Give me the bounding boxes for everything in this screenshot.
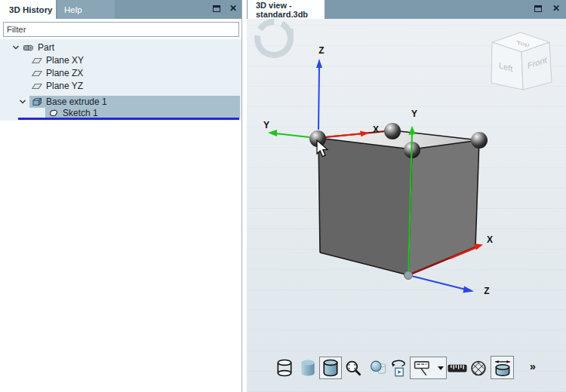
tree-item-base-extrude[interactable]: Base extrude 1 bbox=[19, 96, 240, 108]
tree-item-plane-yz[interactable]: Plane YZ bbox=[32, 80, 83, 92]
tree-item-sketch[interactable]: Sketch 1 bbox=[45, 108, 240, 118]
tree-item-label: Plane ZX bbox=[46, 68, 83, 78]
close-button[interactable]: ✕ bbox=[227, 2, 239, 14]
turntable-icon bbox=[389, 358, 408, 378]
extrude-icon bbox=[32, 97, 42, 106]
toolbar-button-measure-ruler[interactable] bbox=[447, 357, 468, 379]
transparency-spheres-icon bbox=[368, 358, 388, 378]
tree-item-plane-xy[interactable]: Plane XY bbox=[32, 54, 84, 66]
dropdown-arrow-icon[interactable] bbox=[438, 366, 444, 370]
tab-3d-history-label: 3D History bbox=[9, 5, 53, 14]
toolbar-overflow-label: » bbox=[530, 360, 535, 372]
maximize-button[interactable] bbox=[532, 2, 544, 14]
world-x-label: X bbox=[373, 124, 379, 135]
sketch-y-label: Y bbox=[411, 109, 417, 119]
maximize-button[interactable] bbox=[211, 2, 223, 14]
rotation-widget[interactable] bbox=[251, 19, 297, 61]
world-z-label: Z bbox=[318, 45, 324, 56]
sketch-z-axis[interactable] bbox=[413, 277, 466, 290]
tab-help-label: Help bbox=[64, 5, 82, 14]
world-y-arrowhead bbox=[268, 130, 277, 136]
close-icon: ✕ bbox=[552, 3, 560, 14]
world-z-axis[interactable] bbox=[318, 66, 319, 130]
solid-box-left-face[interactable] bbox=[318, 138, 412, 275]
sketch-z-arrowhead bbox=[463, 286, 475, 293]
vertex-handle[interactable] bbox=[384, 123, 401, 139]
part-icon bbox=[23, 43, 34, 52]
chevron-down-icon[interactable] bbox=[12, 44, 20, 51]
tree-item-label: Plane XY bbox=[46, 55, 84, 66]
tree-item-part[interactable]: Part bbox=[12, 41, 54, 54]
sketch-y-arrowhead bbox=[409, 126, 416, 135]
filter-input[interactable] bbox=[3, 22, 239, 37]
maximize-icon bbox=[213, 5, 220, 12]
vertex-handle[interactable] bbox=[471, 132, 488, 149]
tab-help[interactable]: Help bbox=[57, 0, 115, 19]
view-panel: 3D view - standard.3db ✕ bbox=[247, 0, 566, 392]
tree-item-label: Plane YZ bbox=[46, 81, 83, 91]
toolbar-button-show-transparency[interactable] bbox=[367, 357, 389, 379]
world-frame-axes[interactable] bbox=[268, 59, 369, 137]
view-cube[interactable]: Left Front Top bbox=[491, 32, 552, 90]
tree-item-label: Base extrude 1 bbox=[46, 96, 107, 107]
toolbar-button-display-wireframe[interactable] bbox=[273, 357, 296, 379]
shaded-edges-cylinder-icon bbox=[321, 358, 340, 378]
magnifier-icon bbox=[343, 358, 363, 378]
plane-icon bbox=[32, 57, 42, 65]
filter-field-wrap bbox=[3, 22, 239, 37]
world-y-axis[interactable] bbox=[275, 133, 309, 137]
tree-item-plane-zx[interactable]: Plane ZX bbox=[32, 67, 83, 79]
app-window: 3D History Help ✕ bbox=[0, 0, 566, 392]
tree-item-label: Sketch 1 bbox=[63, 108, 98, 118]
solid-box[interactable] bbox=[318, 130, 479, 275]
view-panel-titlebar: 3D view - standard.3db ✕ bbox=[247, 0, 566, 19]
tab-3d-view[interactable]: 3D view - standard.3db bbox=[248, 0, 325, 19]
mesh-sphere-icon bbox=[469, 358, 488, 378]
selection-highlight: Base extrude 1 bbox=[29, 96, 240, 108]
sketch-x-label: X bbox=[487, 234, 493, 245]
close-icon: ✕ bbox=[229, 3, 237, 14]
toolbar-button-zoom-magnifier[interactable] bbox=[342, 357, 365, 379]
cylinder-dimension-icon bbox=[493, 358, 512, 378]
tab-3d-view-label: 3D view - standard.3db bbox=[256, 1, 325, 19]
solid-box-right-face[interactable] bbox=[408, 140, 479, 275]
toolbar-button-display-shaded-with-edges[interactable] bbox=[319, 357, 342, 379]
rotation-widget-ring[interactable] bbox=[251, 19, 297, 61]
rotation-widget-notch[interactable] bbox=[287, 29, 294, 35]
tab-3d-history[interactable]: 3D History bbox=[0, 0, 56, 19]
insertion-indicator-line bbox=[18, 118, 239, 120]
toolbar-button-annotation-display-dropdown[interactable] bbox=[410, 357, 447, 379]
viewport-3d-scene[interactable]: Left Front Top bbox=[247, 19, 566, 392]
history-tree: Part Plane XY Plane ZX bbox=[0, 39, 241, 121]
close-button[interactable]: ✕ bbox=[550, 2, 562, 14]
toolbar-button-cylinder-dimension[interactable] bbox=[491, 356, 514, 379]
toolbar-button-display-shaded[interactable] bbox=[297, 357, 319, 379]
shaded-cylinder-icon bbox=[298, 358, 318, 378]
sketch-origin-handle[interactable] bbox=[405, 271, 413, 280]
toolbar-button-mesh-display[interactable] bbox=[467, 357, 490, 379]
chevron-down-icon[interactable] bbox=[19, 98, 26, 106]
history-panel-titlebar: 3D History Help ✕ bbox=[0, 0, 241, 19]
ruler-icon bbox=[448, 358, 467, 378]
wireframe-cylinder-icon bbox=[275, 358, 294, 378]
maximize-icon bbox=[534, 5, 542, 12]
world-z-arrowhead bbox=[316, 59, 322, 68]
toolbar-button-turntable-animation[interactable] bbox=[388, 357, 409, 379]
annotation-label-icon bbox=[414, 358, 433, 378]
plane-icon bbox=[32, 82, 42, 90]
tree-item-label: Part bbox=[38, 42, 54, 53]
toolbar-overflow-button[interactable]: » bbox=[530, 360, 535, 372]
history-panel: 3D History Help ✕ bbox=[0, 0, 242, 392]
sketch-z-label: Z bbox=[484, 286, 489, 296]
viewport-3d[interactable]: Left Front Top bbox=[247, 19, 566, 392]
sketch-icon bbox=[49, 109, 59, 118]
world-y-label: Y bbox=[263, 120, 269, 130]
plane-icon bbox=[32, 69, 42, 78]
